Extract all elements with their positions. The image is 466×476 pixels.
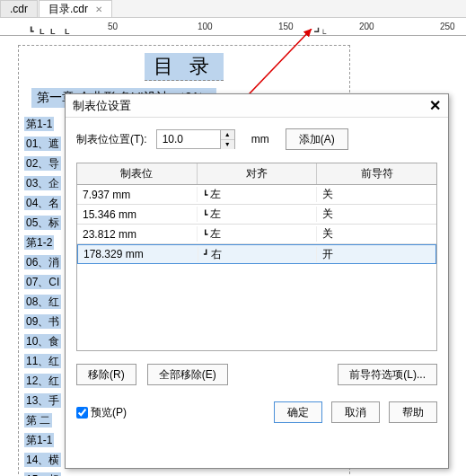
doc-line: 09、书 [24, 314, 61, 329]
doc-line: 06、消 [24, 255, 61, 269]
doc-line: 01、遮 [24, 137, 61, 151]
tab-file-2[interactable]: 目录.cdr ✕ [39, 0, 112, 17]
tab-label: 目录.cdr [48, 2, 88, 17]
doc-line: 14、横 [24, 453, 61, 467]
tab-position-label: 制表位位置(T): [76, 132, 147, 147]
spin-up-icon[interactable]: ▲ [221, 130, 234, 140]
dialog-title: 制表位设置 [73, 98, 131, 114]
tab-bar: .cdr 目录.cdr ✕ [0, 0, 466, 18]
table-row[interactable]: 15.346 mm┗左关 [77, 205, 436, 225]
add-button[interactable]: 添加(A) [286, 128, 348, 150]
cell-align[interactable]: ┛右 [198, 247, 317, 262]
doc-line: 10、食 [24, 334, 61, 348]
close-icon[interactable]: ✕ [429, 97, 441, 114]
tab-close-icon[interactable]: ✕ [95, 4, 102, 14]
leader-options-button[interactable]: 前导符选项(L)... [338, 364, 437, 385]
ruler-tick: 100 [198, 22, 213, 31]
cell-leader[interactable]: 关 [316, 207, 435, 222]
tab-grid: 制表位 对齐 前导符 7.937 mm┗左关15.346 mm┗左关23.812… [76, 163, 437, 351]
tab-marker[interactable]: L [65, 27, 70, 36]
tab-marker[interactable]: L [40, 27, 45, 36]
doc-line: 05、标 [24, 216, 61, 230]
doc-line: 04、名 [24, 196, 61, 210]
tab-marker[interactable]: ┗ [29, 27, 33, 36]
preview-checkbox[interactable]: 预览(P) [76, 405, 127, 420]
doc-line: 13、手 [24, 393, 61, 408]
doc-line: 15、超 [24, 472, 61, 476]
doc-line: 07、CI [24, 275, 61, 289]
tab-marker[interactable]: L [50, 27, 56, 36]
tab-marker-right[interactable]: ┛˪ [314, 27, 327, 37]
tab-position-input[interactable] [157, 130, 220, 148]
cell-align[interactable]: ┗左 [197, 207, 316, 222]
doc-line: 第1-1 [24, 117, 54, 131]
ok-button[interactable]: 确定 [274, 401, 322, 423]
cell-align[interactable]: ┗左 [197, 187, 316, 202]
cell-leader[interactable]: 关 [316, 226, 435, 242]
align-icon: ┗ [203, 190, 207, 199]
ruler-tick: 150 [278, 22, 294, 31]
remove-all-button[interactable]: 全部移除(E) [147, 364, 228, 385]
doc-title: 目 录 [145, 53, 224, 81]
doc-line: 第1-2 [24, 235, 54, 250]
col-leader: 前导符 [317, 163, 436, 184]
align-icon: ┗ [203, 230, 207, 239]
help-button[interactable]: 帮助 [389, 401, 437, 423]
remove-button[interactable]: 移除(R) [76, 364, 136, 385]
grid-header: 制表位 对齐 前导符 [77, 163, 436, 185]
tab-position-stepper[interactable]: ▲ ▼ [156, 129, 235, 149]
doc-line: 02、导 [24, 156, 61, 171]
preview-checkbox-input[interactable] [76, 407, 88, 419]
tab-file-1[interactable]: .cdr [0, 0, 38, 17]
cell-leader[interactable]: 关 [316, 187, 435, 202]
cancel-button[interactable]: 取消 [331, 401, 380, 423]
table-row[interactable]: 178.329 mm┛右开 [77, 244, 436, 264]
cell-pos: 23.812 mm [77, 228, 197, 241]
table-row[interactable]: 7.937 mm┗左关 [77, 185, 436, 205]
tab-label: .cdr [10, 3, 28, 15]
doc-line: 12、红 [24, 374, 61, 388]
align-icon: ┗ [203, 210, 207, 219]
ruler-tick: 250 [440, 22, 455, 31]
cell-pos: 7.937 mm [77, 189, 197, 201]
cell-pos: 15.346 mm [77, 208, 197, 221]
tab-settings-dialog: 制表位设置 ✕ 制表位位置(T): ▲ ▼ mm 添加(A) 制表位 对齐 前导… [65, 93, 449, 469]
doc-line: 08、红 [24, 295, 61, 309]
doc-line: 11、红 [24, 354, 61, 368]
preview-label: 预览(P) [91, 405, 127, 420]
cell-align[interactable]: ┗左 [197, 226, 316, 242]
ruler-tick: 200 [359, 22, 374, 31]
grid-body: 7.937 mm┗左关15.346 mm┗左关23.812 mm┗左关178.3… [77, 185, 436, 264]
doc-line: 第1-1 [24, 433, 54, 447]
spin-down-icon[interactable]: ▼ [221, 140, 234, 149]
cell-leader[interactable]: 开 [316, 247, 435, 262]
table-row[interactable]: 23.812 mm┗左关 [77, 225, 436, 244]
dialog-titlebar: 制表位设置 ✕ [66, 94, 448, 118]
ruler-tick: 50 [108, 22, 118, 31]
cell-pos: 178.329 mm [78, 248, 198, 260]
doc-line: 第 二 [24, 413, 52, 428]
horizontal-ruler[interactable]: ┗ L L L 50 100 150 ┛˪ 200 250 [0, 18, 466, 36]
col-align: 对齐 [198, 163, 318, 184]
doc-line: 03、企 [24, 176, 61, 190]
col-tab: 制表位 [77, 163, 198, 184]
align-icon: ┛ [204, 250, 208, 259]
unit-label: mm [251, 133, 269, 145]
